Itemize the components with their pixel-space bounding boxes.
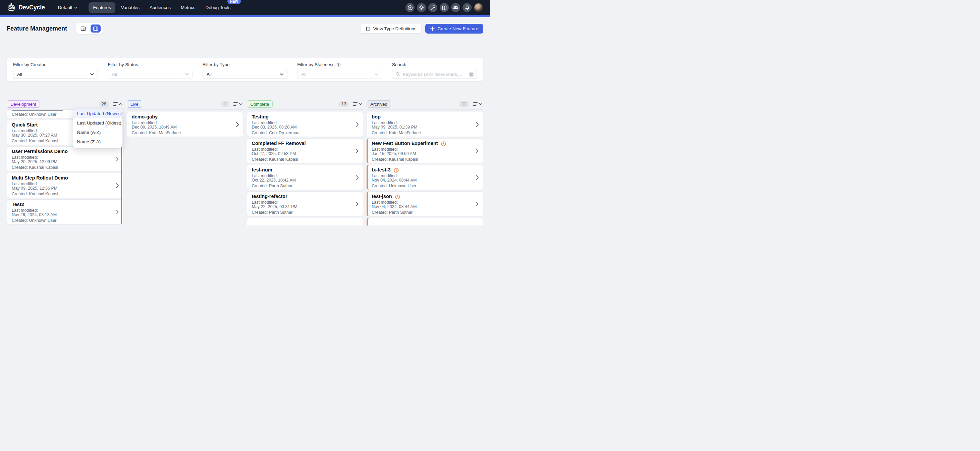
feature-created: Created: Kate MacFarlane [132, 131, 234, 135]
chevron-down-icon [479, 103, 482, 105]
feature-card[interactable]: Completed FF RemovalLast modified:Oct 27… [247, 138, 364, 163]
clipped-text-fragment [12, 110, 63, 111]
sort-menu-item-3[interactable]: Name (Z-A) [73, 137, 123, 146]
view-toggle [76, 23, 103, 34]
feature-card[interactable]: Multi Step Rollout DemoLast modified:May… [7, 173, 123, 198]
nav-item-variables[interactable]: Variables [117, 2, 144, 13]
project-selector[interactable]: Default [54, 2, 82, 13]
last-modified-date: May 22, 2025, 03:31 PM [252, 205, 353, 209]
last-modified-label: Last modified: [372, 200, 473, 205]
last-modified-date: Oct 22, 2025, 10:42 AM [252, 178, 353, 183]
discord-button[interactable] [451, 3, 460, 12]
feature-card[interactable]: tx-test-3Last modified:Nov 04, 2024, 08:… [367, 165, 483, 190]
create-new-feature-button[interactable]: Create New Feature [425, 24, 483, 33]
feature-card[interactable]: bopLast modified:May 09, 2025, 01:39 PMC… [367, 112, 483, 137]
feature-card[interactable]: New Feat Button ExperimentLast modified:… [367, 138, 483, 163]
nav-item-audiences[interactable]: Audiences [145, 2, 175, 13]
view-type-definitions-button[interactable]: View Type Definitions [360, 24, 422, 33]
filter-type: Filter by Type All [202, 62, 288, 76]
clear-search-icon[interactable] [469, 72, 474, 77]
book-icon [442, 5, 447, 10]
api-keys-button[interactable] [428, 3, 438, 12]
settings-button[interactable] [417, 3, 426, 12]
column-live: Live1demo-gabyLast modified:Dec 09, 2025… [127, 101, 243, 225]
feature-title: testing-refactor [252, 193, 288, 199]
discord-icon [453, 5, 458, 10]
chevron-down-icon [74, 7, 78, 9]
feature-card[interactable]: test-numLast modified:Oct 22, 2025, 10:4… [247, 165, 364, 190]
chevron-right-icon [116, 210, 119, 214]
add-button[interactable] [406, 3, 415, 12]
feature-card[interactable]: User Permissions DemoLast modified:May 2… [7, 146, 123, 172]
feature-title: demo-gaby [132, 114, 158, 120]
nav-item-features[interactable]: Features [89, 2, 115, 13]
nav-actions [406, 3, 483, 13]
divider [182, 70, 182, 78]
status-badge-live: Live [127, 100, 142, 108]
table-view-button[interactable] [78, 24, 88, 33]
feature-count-badge: 11 [459, 101, 469, 107]
docs-button[interactable] [440, 3, 449, 12]
last-modified-label: Last modified: [12, 209, 113, 213]
feature-card[interactable]: rachel-test [367, 218, 483, 225]
last-modified-date: Nov 04, 2024, 08:44 AM [372, 178, 473, 183]
user-avatar[interactable] [474, 3, 483, 13]
notifications-button[interactable] [463, 3, 472, 12]
sort-button-development[interactable] [112, 102, 123, 106]
type-select[interactable]: All [202, 70, 288, 79]
info-icon [336, 62, 341, 67]
feature-card[interactable]: demo-gabyLast modified:Dec 09, 2025, 10:… [127, 112, 243, 137]
feature-title: test-num [252, 167, 272, 173]
feature-card[interactable]: test-jsonLast modified:Nov 04, 2024, 08:… [367, 191, 483, 217]
devcycle-logo[interactable]: DevCycle [7, 3, 45, 12]
filter-bar: Filter by Creator All Filter by Status A… [7, 58, 483, 81]
feature-card-body: Multi Step Rollout DemoLast modified:May… [12, 175, 113, 196]
search-box [392, 70, 477, 79]
sort-button-live[interactable] [232, 102, 243, 106]
chevron-right-icon [116, 157, 119, 161]
column-header-complete: Complete13 [247, 101, 364, 107]
search-input[interactable] [403, 72, 466, 77]
feature-card-body: bopLast modified:May 09, 2025, 01:39 PMC… [372, 114, 473, 135]
feature-card[interactable]: TestingLast modified:Dec 03, 2025, 08:20… [247, 112, 364, 137]
creator-select[interactable]: All [13, 70, 98, 79]
gear-icon [419, 5, 424, 10]
sort-menu-item-0[interactable]: Last Updated (Newest) [73, 109, 123, 118]
feature-card-body: demo-gabyLast modified:Dec 09, 2025, 10:… [132, 114, 234, 135]
kanban-view-button[interactable] [91, 24, 100, 33]
sort-menu-item-label: Last Updated (Oldest) [77, 121, 121, 126]
sort-button-complete[interactable] [352, 102, 363, 106]
nav-item-label: Features [93, 5, 111, 10]
last-modified-label: Last modified: [252, 200, 353, 205]
sort-button-archived[interactable] [472, 102, 483, 106]
last-modified-label: Last modified: [252, 147, 353, 152]
column-complete: Complete13TestingLast modified:Dec 03, 2… [247, 101, 364, 225]
key-icon [430, 5, 436, 10]
column-header-archived: Archived11 [367, 101, 483, 107]
header-actions: View Type Definitions Create New Feature [360, 24, 483, 33]
feature-created: Created: Parth Suthar [252, 184, 353, 188]
chevron-right-icon [356, 122, 358, 127]
button-label: Create New Feature [438, 26, 478, 31]
column-header-live: Live1 [127, 101, 243, 107]
status-select[interactable]: All [108, 70, 192, 79]
top-nav: DevCycle Default Features Variables Audi… [0, 0, 490, 15]
feature-card[interactable]: demo-paul [247, 218, 364, 225]
sort-menu-item-2[interactable]: Name (A-Z) [73, 127, 123, 137]
feature-created: Created: Parth Suthar [252, 210, 353, 215]
feature-card[interactable]: testing-refactorLast modified:May 22, 20… [247, 191, 364, 217]
feature-title-row: tx-test-3 [372, 167, 473, 174]
last-modified-label: Last modified: [252, 121, 353, 125]
feature-count-badge: 13 [339, 101, 349, 107]
feature-title-row: test-json [372, 193, 473, 200]
filter-status-label: Filter by Status [108, 62, 192, 67]
staleness-select[interactable]: All [297, 70, 382, 79]
stale-warning-icon [394, 168, 399, 173]
nav-item-label: Metrics [181, 5, 196, 10]
sort-menu-item-1[interactable]: Last Updated (Oldest) [73, 118, 123, 127]
nav-item-debug-tools[interactable]: Debug Tools NEW [201, 2, 235, 13]
kanban-view-icon [93, 26, 98, 31]
feature-card[interactable]: Test2Last modified:Nov 26, 2024, 08:13 A… [7, 199, 123, 225]
nav-item-metrics[interactable]: Metrics [177, 2, 200, 13]
stale-warning-icon [395, 194, 400, 199]
